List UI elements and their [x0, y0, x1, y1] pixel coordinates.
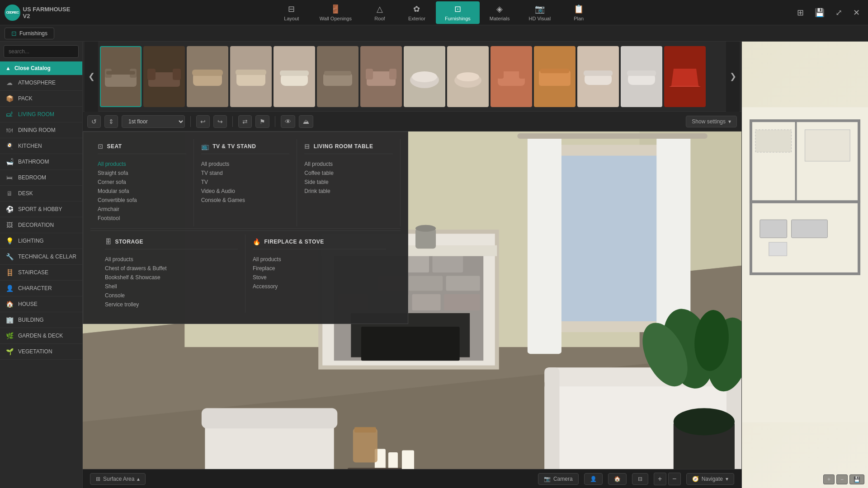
carousel-item-1[interactable]	[100, 46, 142, 107]
close-button[interactable]: ✕	[849, 6, 863, 19]
nav-tool-hd-visual[interactable]: 📷 HD Visual	[519, 1, 560, 24]
modular-sofa-link[interactable]: Modular sofa	[98, 187, 186, 196]
armchair-link[interactable]: Armchair	[98, 205, 186, 214]
navigate-button[interactable]: 🧭 Navigate ▾	[686, 473, 734, 485]
lrt-all-link[interactable]: All products	[304, 160, 393, 169]
rotate-left-button[interactable]: ↩	[196, 115, 210, 128]
seat-all-products-link[interactable]: All products	[98, 160, 186, 169]
carousel-item-9[interactable]	[447, 46, 489, 107]
carousel-item-10[interactable]	[491, 46, 532, 107]
nav-tool-exterior[interactable]: ✿ Exterior	[399, 1, 435, 24]
carousel-item-6[interactable]	[317, 46, 359, 107]
sidebar-item-atmosphere[interactable]: ☁ ATMOSPHERE	[0, 75, 82, 91]
sidebar-item-decoration[interactable]: 🖼 DECORATION	[0, 217, 82, 233]
sidebar-item-sport-hobby[interactable]: ⚽ SPORT & HOBBY	[0, 202, 82, 217]
cam-export-button[interactable]: ⊟	[632, 473, 648, 485]
coffee-table-link[interactable]: Coffee table	[304, 169, 393, 178]
sidebar-item-staircase[interactable]: 🪜 STAIRCASE	[0, 265, 82, 281]
show-settings-button[interactable]: Show settings ▾	[686, 116, 737, 127]
console-games-link[interactable]: Console & Games	[201, 196, 290, 205]
footstool-link[interactable]: Footstool	[98, 214, 186, 223]
straight-sofa-link[interactable]: Straight sofa	[98, 169, 186, 178]
close-catalog-button[interactable]: ▲ Close Catalog	[0, 61, 82, 75]
search-input[interactable]	[4, 45, 79, 58]
flag-button[interactable]: ⚑	[255, 115, 269, 128]
sidebar-item-living-room[interactable]: 🛋 LIVING ROOM	[0, 107, 82, 122]
zoom-out-button[interactable]: −	[668, 473, 681, 485]
person-button[interactable]: 👤	[584, 473, 603, 485]
carousel-item-11[interactable]	[534, 46, 576, 107]
minimap-zoom-in-button[interactable]: +	[823, 474, 835, 484]
surface-area-button[interactable]: ⊞ Surface Area ▴	[90, 473, 146, 485]
sidebar-item-technical-cellar[interactable]: 🔧 TECHNICAL & CELLAR	[0, 249, 82, 265]
accessory-link[interactable]: Accessory	[253, 282, 386, 291]
corner-sofa-link[interactable]: Corner sofa	[98, 178, 186, 187]
mirror-button[interactable]: ⇄	[238, 115, 252, 128]
svg-rect-24	[519, 69, 526, 79]
shell-link[interactable]: Shell	[105, 282, 238, 291]
carousel-item-4[interactable]	[230, 46, 272, 107]
house-cam-button[interactable]: 🏠	[608, 473, 627, 485]
grid-view-button[interactable]: ⊞	[793, 6, 807, 19]
tv-stand-all-link[interactable]: All products	[201, 160, 290, 169]
sidebar-item-vegetation[interactable]: 🌱 VEGETATION	[0, 344, 82, 360]
nav-tool-materials[interactable]: ◈ Materials	[481, 1, 519, 24]
chest-drawers-link[interactable]: Chest of drawers & Buffet	[105, 264, 238, 273]
sidebar-item-lighting[interactable]: 💡 LIGHTING	[0, 233, 82, 249]
fullscreen-button[interactable]: ⤢	[832, 6, 846, 19]
bookshelf-link[interactable]: Bookshelf & Showcase	[105, 273, 238, 282]
fireplace-all-link[interactable]: All products	[253, 255, 386, 264]
video-audio-link[interactable]: Video & Audio	[201, 187, 290, 196]
nav-tool-furnishings[interactable]: ⊡ Furnishings	[436, 1, 480, 24]
service-trolley-link[interactable]: Service trolley	[105, 300, 238, 309]
carousel-item-7[interactable]	[360, 46, 402, 107]
sidebar-item-kitchen[interactable]: 🍳 KITCHEN	[0, 138, 82, 154]
sidebar-item-bedroom[interactable]: 🛏 BEDROOM	[0, 170, 82, 186]
sidebar-item-building[interactable]: 🏢 BUILDING	[0, 312, 82, 328]
rotate-right-button[interactable]: ↪	[213, 115, 227, 128]
carousel-item-3[interactable]	[187, 46, 228, 107]
sidebar-item-character[interactable]: 👤 CHARACTER	[0, 281, 82, 296]
save-button[interactable]: 💾	[811, 6, 828, 19]
fireplace-link[interactable]: Fireplace	[253, 264, 386, 273]
tv-link[interactable]: TV	[201, 178, 290, 187]
furnishings-tab[interactable]: ⊡ Furnishings	[5, 28, 54, 39]
carousel-item-8[interactable]	[404, 46, 445, 107]
nav-tool-plan[interactable]: 📋 Plan	[561, 1, 597, 24]
console-link[interactable]: Console	[105, 291, 238, 300]
sidebar-item-pack[interactable]: 📦 PACK	[0, 91, 82, 107]
sidebar-item-garden-deck[interactable]: 🌿 GARDEN & DECK	[0, 328, 82, 344]
minimap-save-button[interactable]: 💾	[849, 474, 864, 484]
svg-rect-87	[792, 220, 828, 238]
svg-rect-86	[760, 220, 787, 238]
carousel-item-13[interactable]	[621, 46, 662, 107]
sidebar-item-desk[interactable]: 🖥 DESK	[0, 186, 82, 202]
tv-stand-link[interactable]: TV stand	[201, 169, 290, 178]
minimap-zoom-out-button[interactable]: −	[836, 474, 848, 484]
sidebar-item-house[interactable]: 🏠 HOUSE	[0, 296, 82, 312]
storage-all-link[interactable]: All products	[105, 255, 238, 264]
carousel-item-14[interactable]	[664, 46, 706, 107]
drink-table-link[interactable]: Drink table	[304, 187, 393, 196]
sidebar-item-dining-room[interactable]: 🍽 DINING ROOM	[0, 122, 82, 138]
nav-tool-layout[interactable]: ⊟ Layout	[274, 1, 310, 24]
svg-rect-10	[236, 70, 266, 75]
stove-link[interactable]: Stove	[253, 273, 386, 282]
camera-button[interactable]: 📷 Camera	[538, 473, 579, 485]
nav-tool-wall-openings[interactable]: 🚪 Wall Openings	[311, 1, 361, 24]
mountain-button[interactable]: ⛰	[299, 115, 313, 128]
carousel-next-button[interactable]: ❯	[726, 42, 740, 112]
nav-tool-roof[interactable]: △ Roof	[362, 1, 398, 24]
side-table-link[interactable]: Side table	[304, 178, 393, 187]
eye-button[interactable]: 👁	[281, 115, 295, 128]
up-down-button[interactable]: ⇕	[104, 115, 118, 128]
zoom-in-button[interactable]: +	[654, 473, 666, 485]
floor-selector[interactable]: 1st floor 2nd floor Ground floor Basemen…	[122, 115, 185, 128]
sidebar-item-bathroom[interactable]: 🛁 BATHROOM	[0, 154, 82, 170]
refresh-button[interactable]: ↺	[87, 115, 101, 128]
carousel-item-12[interactable]	[577, 46, 619, 107]
convertible-sofa-link[interactable]: Convertible sofa	[98, 196, 186, 205]
carousel-item-2[interactable]	[143, 46, 185, 107]
carousel-item-5[interactable]	[274, 46, 315, 107]
carousel-prev-button[interactable]: ❮	[85, 42, 98, 112]
